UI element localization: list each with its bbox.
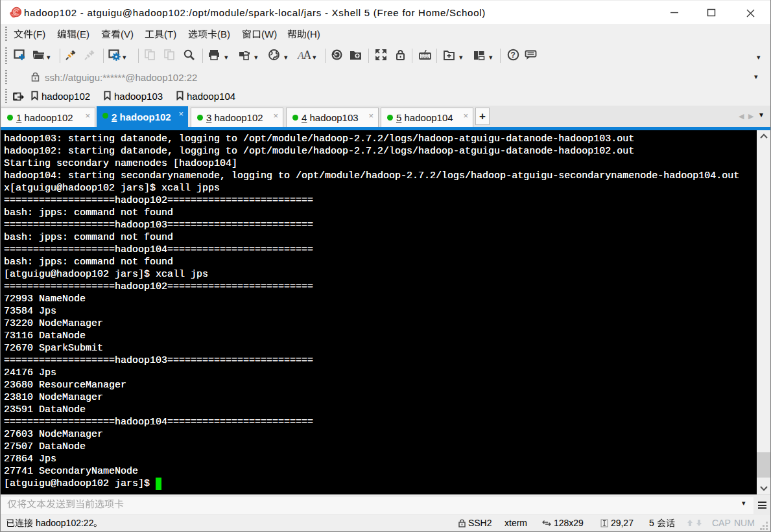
svg-text:?: ? bbox=[511, 51, 516, 60]
svg-text:A: A bbox=[303, 49, 311, 61]
